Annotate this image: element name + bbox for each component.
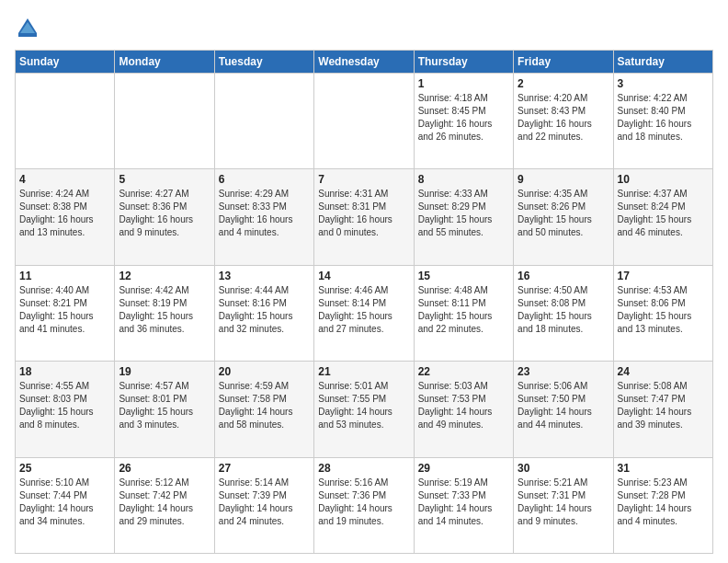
day-number: 12 [119, 270, 210, 282]
day-number: 27 [219, 462, 310, 475]
day-info: Sunrise: 5:21 AM Sunset: 7:31 PM Dayligh… [518, 477, 609, 528]
weekday-header-thursday: Thursday [414, 51, 513, 74]
logo-icon [15, 15, 40, 40]
week-row-3: 11Sunrise: 4:40 AM Sunset: 8:21 PM Dayli… [16, 265, 713, 361]
day-number: 13 [219, 270, 310, 282]
day-cell: 17Sunrise: 4:53 AM Sunset: 8:06 PM Dayli… [613, 265, 712, 361]
day-cell: 27Sunrise: 5:14 AM Sunset: 7:39 PM Dayli… [214, 457, 313, 553]
week-row-1: 1Sunrise: 4:18 AM Sunset: 8:45 PM Daylig… [16, 74, 713, 169]
day-number: 20 [219, 365, 310, 378]
day-number: 4 [19, 173, 110, 186]
day-cell: 10Sunrise: 4:37 AM Sunset: 8:24 PM Dayli… [613, 169, 712, 265]
day-info: Sunrise: 4:29 AM Sunset: 8:33 PM Dayligh… [219, 188, 310, 239]
day-cell: 30Sunrise: 5:21 AM Sunset: 7:31 PM Dayli… [514, 457, 613, 553]
day-cell: 18Sunrise: 4:55 AM Sunset: 8:03 PM Dayli… [16, 362, 115, 457]
day-info: Sunrise: 5:16 AM Sunset: 7:36 PM Dayligh… [318, 477, 409, 528]
day-number: 14 [318, 270, 409, 282]
weekday-header-tuesday: Tuesday [214, 51, 313, 74]
day-info: Sunrise: 4:24 AM Sunset: 8:38 PM Dayligh… [19, 188, 110, 239]
day-number: 7 [318, 173, 409, 186]
day-number: 6 [219, 173, 310, 186]
day-info: Sunrise: 4:44 AM Sunset: 8:16 PM Dayligh… [219, 284, 310, 336]
day-number: 5 [119, 173, 210, 186]
day-info: Sunrise: 4:53 AM Sunset: 8:06 PM Dayligh… [618, 284, 709, 336]
calendar-page: SundayMondayTuesdayWednesdayThursdayFrid… [0, 0, 728, 563]
day-number: 22 [418, 365, 509, 378]
day-number: 23 [518, 365, 609, 378]
day-cell: 12Sunrise: 4:42 AM Sunset: 8:19 PM Dayli… [115, 265, 214, 361]
day-cell: 23Sunrise: 5:06 AM Sunset: 7:50 PM Dayli… [514, 362, 613, 457]
weekday-header-friday: Friday [514, 51, 613, 74]
weekday-header-row: SundayMondayTuesdayWednesdayThursdayFrid… [16, 51, 713, 74]
day-info: Sunrise: 4:18 AM Sunset: 8:45 PM Dayligh… [418, 92, 509, 144]
day-cell: 26Sunrise: 5:12 AM Sunset: 7:42 PM Dayli… [115, 457, 214, 553]
calendar-table: SundayMondayTuesdayWednesdayThursdayFrid… [15, 50, 713, 554]
day-info: Sunrise: 5:01 AM Sunset: 7:55 PM Dayligh… [318, 380, 409, 431]
day-cell: 14Sunrise: 4:46 AM Sunset: 8:14 PM Dayli… [314, 265, 414, 361]
day-info: Sunrise: 4:46 AM Sunset: 8:14 PM Dayligh… [318, 284, 409, 336]
week-row-4: 18Sunrise: 4:55 AM Sunset: 8:03 PM Dayli… [16, 362, 713, 457]
day-info: Sunrise: 5:10 AM Sunset: 7:44 PM Dayligh… [19, 477, 110, 528]
svg-rect-2 [18, 33, 37, 37]
day-cell [314, 74, 414, 169]
day-cell: 25Sunrise: 5:10 AM Sunset: 7:44 PM Dayli… [16, 457, 115, 553]
weekday-header-monday: Monday [115, 51, 214, 74]
day-number: 2 [518, 77, 609, 90]
day-cell: 28Sunrise: 5:16 AM Sunset: 7:36 PM Dayli… [314, 457, 414, 553]
day-info: Sunrise: 4:35 AM Sunset: 8:26 PM Dayligh… [518, 188, 609, 239]
day-cell [16, 74, 115, 169]
day-info: Sunrise: 4:22 AM Sunset: 8:40 PM Dayligh… [618, 92, 709, 144]
day-number: 19 [119, 365, 210, 378]
day-number: 15 [418, 270, 509, 282]
day-info: Sunrise: 5:12 AM Sunset: 7:42 PM Dayligh… [119, 477, 210, 528]
day-cell: 5Sunrise: 4:27 AM Sunset: 8:36 PM Daylig… [115, 169, 214, 265]
day-number: 30 [518, 462, 609, 475]
day-cell: 6Sunrise: 4:29 AM Sunset: 8:33 PM Daylig… [214, 169, 313, 265]
day-info: Sunrise: 5:14 AM Sunset: 7:39 PM Dayligh… [219, 477, 310, 528]
day-info: Sunrise: 4:20 AM Sunset: 8:43 PM Dayligh… [518, 92, 609, 144]
day-number: 11 [19, 270, 110, 282]
day-number: 26 [119, 462, 210, 475]
day-info: Sunrise: 5:06 AM Sunset: 7:50 PM Dayligh… [518, 380, 609, 431]
day-info: Sunrise: 4:33 AM Sunset: 8:29 PM Dayligh… [418, 188, 509, 239]
day-cell [115, 74, 214, 169]
header [15, 15, 713, 40]
day-cell: 3Sunrise: 4:22 AM Sunset: 8:40 PM Daylig… [613, 74, 712, 169]
day-number: 17 [618, 270, 709, 282]
day-cell: 11Sunrise: 4:40 AM Sunset: 8:21 PM Dayli… [16, 265, 115, 361]
day-number: 9 [518, 173, 609, 186]
day-info: Sunrise: 5:03 AM Sunset: 7:53 PM Dayligh… [418, 380, 509, 431]
day-info: Sunrise: 4:40 AM Sunset: 8:21 PM Dayligh… [19, 284, 110, 336]
day-cell: 7Sunrise: 4:31 AM Sunset: 8:31 PM Daylig… [314, 169, 414, 265]
week-row-2: 4Sunrise: 4:24 AM Sunset: 8:38 PM Daylig… [16, 169, 713, 265]
day-cell: 4Sunrise: 4:24 AM Sunset: 8:38 PM Daylig… [16, 169, 115, 265]
day-cell: 24Sunrise: 5:08 AM Sunset: 7:47 PM Dayli… [613, 362, 712, 457]
day-cell: 22Sunrise: 5:03 AM Sunset: 7:53 PM Dayli… [414, 362, 513, 457]
weekday-header-sunday: Sunday [16, 51, 115, 74]
day-info: Sunrise: 5:23 AM Sunset: 7:28 PM Dayligh… [618, 477, 709, 528]
day-number: 25 [19, 462, 110, 475]
week-row-5: 25Sunrise: 5:10 AM Sunset: 7:44 PM Dayli… [16, 457, 713, 553]
day-number: 10 [618, 173, 709, 186]
day-number: 8 [418, 173, 509, 186]
day-number: 28 [318, 462, 409, 475]
day-cell: 15Sunrise: 4:48 AM Sunset: 8:11 PM Dayli… [414, 265, 513, 361]
day-number: 24 [618, 365, 709, 378]
day-cell: 2Sunrise: 4:20 AM Sunset: 8:43 PM Daylig… [514, 74, 613, 169]
day-number: 31 [618, 462, 709, 475]
day-cell: 31Sunrise: 5:23 AM Sunset: 7:28 PM Dayli… [613, 457, 712, 553]
day-info: Sunrise: 4:59 AM Sunset: 7:58 PM Dayligh… [219, 380, 310, 431]
day-info: Sunrise: 5:08 AM Sunset: 7:47 PM Dayligh… [618, 380, 709, 431]
day-cell: 21Sunrise: 5:01 AM Sunset: 7:55 PM Dayli… [314, 362, 414, 457]
weekday-header-saturday: Saturday [613, 51, 712, 74]
day-info: Sunrise: 4:57 AM Sunset: 8:01 PM Dayligh… [119, 380, 210, 431]
day-info: Sunrise: 4:42 AM Sunset: 8:19 PM Dayligh… [119, 284, 210, 336]
day-cell: 8Sunrise: 4:33 AM Sunset: 8:29 PM Daylig… [414, 169, 513, 265]
day-info: Sunrise: 4:48 AM Sunset: 8:11 PM Dayligh… [418, 284, 509, 336]
day-number: 1 [418, 77, 509, 90]
day-cell: 29Sunrise: 5:19 AM Sunset: 7:33 PM Dayli… [414, 457, 513, 553]
weekday-header-wednesday: Wednesday [314, 51, 414, 74]
day-number: 18 [19, 365, 110, 378]
day-number: 3 [618, 77, 709, 90]
day-info: Sunrise: 4:55 AM Sunset: 8:03 PM Dayligh… [19, 380, 110, 431]
